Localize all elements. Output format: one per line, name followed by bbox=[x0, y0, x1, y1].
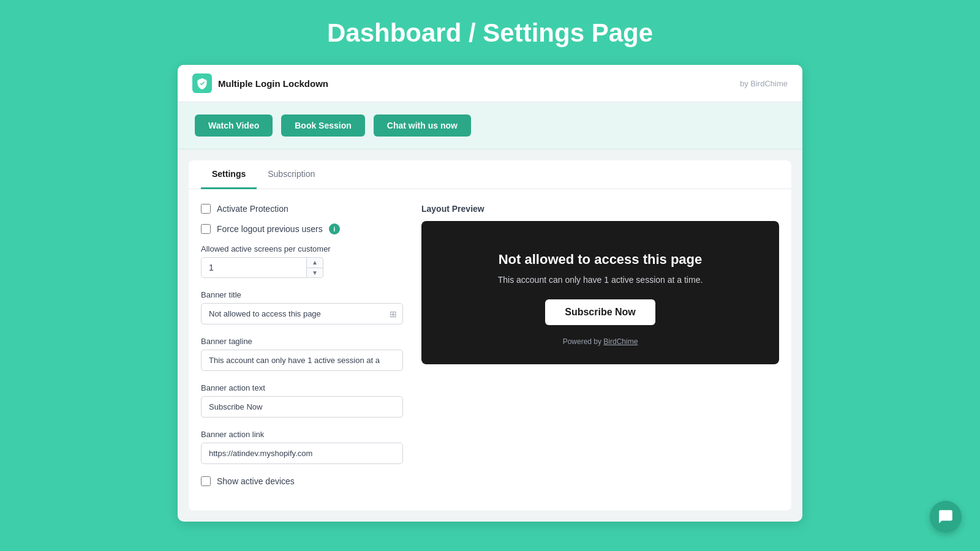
preview-subscribe-button[interactable]: Subscribe Now bbox=[545, 299, 655, 325]
allowed-screens-group: Allowed active screens per customer ▲ ▼ bbox=[201, 244, 403, 278]
tabs: Settings Subscription bbox=[189, 160, 791, 189]
preview-powered-by: Powered by BirdChime bbox=[563, 337, 638, 346]
force-logout-checkbox[interactable] bbox=[201, 224, 211, 234]
show-active-devices-checkbox[interactable] bbox=[201, 476, 211, 486]
edit-icon: ⊞ bbox=[390, 309, 397, 319]
banner-tagline-group: Banner tagline bbox=[201, 337, 403, 371]
force-logout-label: Force logout previous users bbox=[217, 224, 323, 234]
banner-action-link-input[interactable] bbox=[201, 443, 403, 464]
show-active-devices-label: Show active devices bbox=[217, 476, 295, 486]
settings-left: Activate Protection Force logout previou… bbox=[201, 204, 421, 496]
activate-protection-checkbox[interactable] bbox=[201, 204, 211, 214]
app-name: Multiple Login Lockdown bbox=[218, 78, 328, 89]
activate-protection-label: Activate Protection bbox=[217, 204, 288, 214]
info-icon[interactable]: i bbox=[329, 223, 340, 234]
allowed-screens-input[interactable] bbox=[201, 257, 323, 278]
tab-subscription[interactable]: Subscription bbox=[257, 160, 326, 189]
watch-video-button[interactable]: Watch Video bbox=[195, 114, 273, 137]
force-logout-row: Force logout previous users i bbox=[201, 223, 403, 234]
number-spinners: ▲ ▼ bbox=[306, 257, 323, 278]
app-logo-icon bbox=[192, 73, 212, 93]
page-title: Dashboard / Settings Page bbox=[327, 18, 653, 48]
banner-title-label: Banner title bbox=[201, 290, 403, 299]
settings-right: Layout Preview Not allowed to access thi… bbox=[421, 204, 779, 496]
chat-fab[interactable] bbox=[930, 501, 962, 533]
banner-action-text-group: Banner action text bbox=[201, 383, 403, 418]
allowed-screens-wrapper: ▲ ▼ bbox=[201, 257, 323, 278]
spinner-up[interactable]: ▲ bbox=[306, 257, 323, 268]
preview-tagline: This account can only have 1 active sess… bbox=[498, 275, 703, 285]
allowed-screens-label: Allowed active screens per customer bbox=[201, 244, 403, 253]
preview-box: Not allowed to access this page This acc… bbox=[421, 221, 779, 364]
birdchime-link[interactable]: BirdChime bbox=[603, 337, 638, 346]
preview-title: Not allowed to access this page bbox=[499, 252, 703, 268]
banner-title-input[interactable] bbox=[201, 303, 403, 324]
app-header: Multiple Login Lockdown by BirdChime bbox=[178, 65, 802, 102]
shield-icon bbox=[196, 77, 208, 89]
banner-title-group: Banner title ⊞ bbox=[201, 290, 403, 324]
banner-tagline-input[interactable] bbox=[201, 350, 403, 371]
by-birdchime: by BirdChime bbox=[740, 79, 788, 88]
banner-action-text-input[interactable] bbox=[201, 396, 403, 418]
chat-with-us-button[interactable]: Chat with us now bbox=[374, 114, 471, 137]
activate-protection-row: Activate Protection bbox=[201, 204, 403, 214]
spinner-down[interactable]: ▼ bbox=[306, 268, 323, 279]
banner-action-link-group: Banner action link bbox=[201, 430, 403, 464]
banner-action-link-label: Banner action link bbox=[201, 430, 403, 439]
tab-settings[interactable]: Settings bbox=[201, 160, 257, 189]
banner-title-wrapper: ⊞ bbox=[201, 303, 403, 324]
book-session-button[interactable]: Book Session bbox=[281, 114, 365, 137]
chat-icon bbox=[938, 509, 954, 525]
banner-area: Watch Video Book Session Chat with us no… bbox=[178, 102, 802, 149]
show-active-devices-row: Show active devices bbox=[201, 476, 403, 486]
app-header-left: Multiple Login Lockdown bbox=[192, 73, 328, 93]
banner-action-text-label: Banner action text bbox=[201, 383, 403, 392]
main-content: Settings Subscription Activate Protectio… bbox=[189, 160, 791, 511]
layout-preview-label: Layout Preview bbox=[421, 204, 779, 214]
settings-body: Activate Protection Force logout previou… bbox=[189, 189, 791, 511]
app-container: Multiple Login Lockdown by BirdChime Wat… bbox=[178, 65, 802, 522]
banner-tagline-label: Banner tagline bbox=[201, 337, 403, 346]
